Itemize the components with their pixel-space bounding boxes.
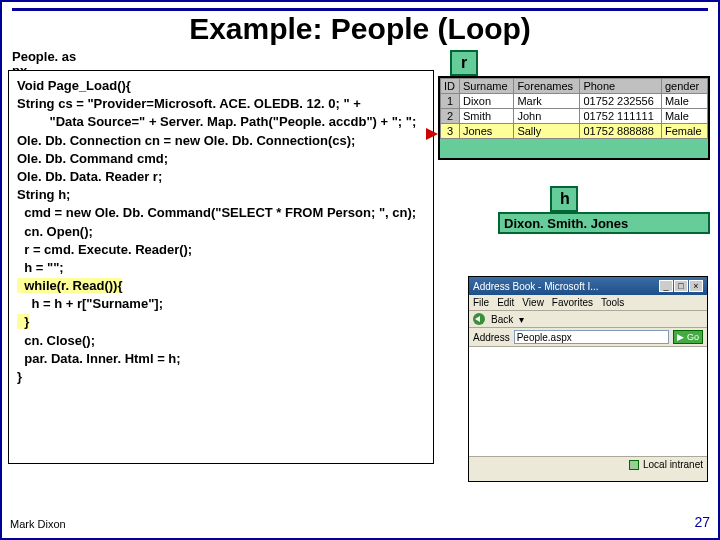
data-table: ID Surname Forenames Phone gender 1Dixon… (440, 78, 708, 139)
address-input[interactable] (514, 330, 670, 344)
table-cell: 3 (441, 124, 460, 139)
code-line: String cs = "Provider=Microsoft. ACE. OL… (17, 96, 361, 111)
col-header: Surname (459, 79, 513, 94)
code-line: Ole. Db. Command cmd; (17, 151, 168, 166)
menu-file[interactable]: File (473, 297, 489, 308)
table-cell: John (514, 109, 580, 124)
table-cell: 01752 111111 (580, 109, 662, 124)
status-text: Local intranet (643, 459, 703, 470)
footer-page: 27 (694, 514, 710, 530)
code-line-highlight: while(r. Read()){ (17, 278, 122, 293)
code-line: h = ""; (17, 260, 64, 275)
table-cell: Dixon (459, 94, 513, 109)
address-label: Address (473, 332, 510, 343)
table-cell: 2 (441, 109, 460, 124)
code-line: r = cmd. Execute. Reader(); (17, 242, 192, 257)
table-cell: Smith (459, 109, 513, 124)
result-h-box: Dixon. Smith. Jones (498, 212, 710, 234)
menu-edit[interactable]: Edit (497, 297, 514, 308)
close-icon[interactable]: × (689, 280, 703, 292)
maximize-icon[interactable]: □ (674, 280, 688, 292)
browser-menubar[interactable]: File Edit View Favorites Tools (469, 295, 707, 311)
code-line: Void Page_Load(){ (17, 78, 131, 93)
browser-content (469, 347, 707, 457)
col-header: gender (661, 79, 707, 94)
go-button[interactable]: ▶ Go (673, 330, 703, 344)
code-line: Ole. Db. Connection cn = new Ole. Db. Co… (17, 133, 355, 148)
back-button[interactable]: Back (491, 314, 513, 325)
table-cell: 01752 888888 (580, 124, 662, 139)
data-table-box: ID Surname Forenames Phone gender 1Dixon… (438, 76, 710, 160)
table-cell: Mark (514, 94, 580, 109)
table-row: 1DixonMark01752 232556Male (441, 94, 708, 109)
menu-tools[interactable]: Tools (601, 297, 624, 308)
code-line: } (17, 369, 22, 384)
table-cell: 1 (441, 94, 460, 109)
code-line: cn. Close(); (17, 333, 95, 348)
cursor-arrow-icon (426, 128, 438, 140)
table-cell: Female (661, 124, 707, 139)
table-cell: Jones (459, 124, 513, 139)
slide-title: Example: People (Loop) (2, 12, 718, 46)
code-line: h = h + r["Surname"]; (17, 296, 163, 311)
code-line-highlight: } (17, 314, 29, 329)
browser-window: Address Book - Microsoft I... _□× File E… (468, 276, 708, 482)
minimize-icon[interactable]: _ (659, 280, 673, 292)
footer-author: Mark Dixon (10, 518, 66, 530)
code-line: "Data Source=" + Server. Map. Path("Peop… (17, 114, 416, 129)
toolbar-sep: ▾ (519, 314, 524, 325)
table-cell: 01752 232556 (580, 94, 662, 109)
table-cell: Male (661, 94, 707, 109)
menu-favorites[interactable]: Favorites (552, 297, 593, 308)
variable-r-box: r (450, 50, 478, 76)
code-line: String h; (17, 187, 70, 202)
col-header: ID (441, 79, 460, 94)
header-rule (12, 8, 708, 11)
code-line: cmd = new Ole. Db. Command("SELECT * FRO… (17, 205, 416, 220)
code-line: Ole. Db. Data. Reader r; (17, 169, 162, 184)
variable-h-box: h (550, 186, 578, 212)
menu-view[interactable]: View (522, 297, 544, 308)
zone-icon (629, 460, 639, 470)
table-row: 2SmithJohn01752 111111Male (441, 109, 708, 124)
code-listing: Void Page_Load(){ String cs = "Provider=… (8, 70, 434, 464)
window-buttons[interactable]: _□× (658, 280, 703, 292)
browser-titlebar: Address Book - Microsoft I... _□× (469, 277, 707, 295)
col-header: Phone (580, 79, 662, 94)
browser-title: Address Book - Microsoft I... (473, 281, 599, 292)
col-header: Forenames (514, 79, 580, 94)
table-row: 3JonesSally01752 888888Female (441, 124, 708, 139)
table-cell: Male (661, 109, 707, 124)
browser-statusbar: Local intranet (469, 457, 707, 472)
code-line: cn. Open(); (17, 224, 93, 239)
code-line: par. Data. Inner. Html = h; (17, 351, 181, 366)
browser-toolbar[interactable]: Back ▾ (469, 311, 707, 328)
back-icon[interactable] (473, 313, 485, 325)
browser-addressbar: Address ▶ Go (469, 328, 707, 347)
table-cell: Sally (514, 124, 580, 139)
